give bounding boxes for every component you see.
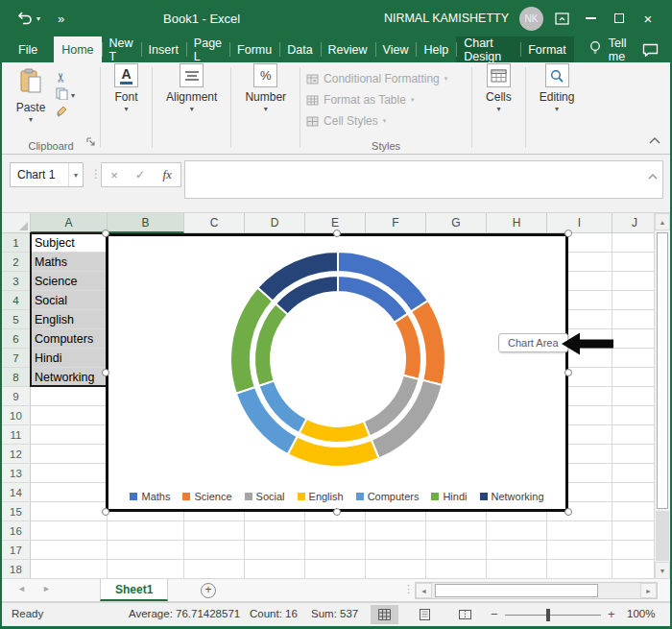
chart-resize-handle[interactable] — [102, 369, 109, 376]
tab-new-t[interactable]: New T — [102, 36, 141, 62]
cell-D18[interactable] — [245, 560, 305, 579]
customize-quick-access-icon[interactable]: » — [58, 12, 65, 26]
cell-A16[interactable] — [31, 521, 108, 541]
tab-review[interactable]: Review — [321, 36, 375, 62]
row-header-3[interactable]: 3 — [2, 272, 31, 291]
cell-J16[interactable] — [612, 521, 658, 541]
row-header-11[interactable]: 11 — [2, 425, 31, 445]
tab-file[interactable]: File — [2, 36, 54, 62]
cell-J10[interactable] — [612, 406, 658, 425]
tab-insert[interactable]: Insert — [141, 36, 186, 62]
cell-E17[interactable] — [305, 541, 366, 560]
cell-A3[interactable]: Science — [31, 272, 108, 291]
cell-C18[interactable] — [184, 560, 245, 579]
cell-A6[interactable]: Computers — [31, 329, 108, 349]
row-header-8[interactable]: 8 — [2, 368, 31, 387]
cell-E16[interactable] — [305, 521, 366, 541]
normal-view-button[interactable] — [371, 605, 398, 624]
row-header-4[interactable]: 4 — [2, 291, 31, 310]
tab-format[interactable]: Format — [520, 36, 574, 62]
column-header-A[interactable]: A — [31, 213, 108, 233]
row-header-16[interactable]: 16 — [2, 521, 31, 541]
cell-A14[interactable] — [31, 483, 108, 502]
cell-J11[interactable] — [612, 425, 658, 445]
format-as-table-button[interactable]: Format as Table▾ — [306, 89, 471, 110]
formula-input[interactable] — [184, 160, 663, 199]
chart-resize-handle[interactable] — [102, 508, 109, 516]
cell-J4[interactable] — [612, 291, 658, 310]
font-group-button[interactable]: A Font ▾ — [101, 63, 152, 154]
row-header-18[interactable]: 18 — [2, 560, 31, 579]
cell-G18[interactable] — [426, 560, 487, 579]
cell-A1[interactable]: Subject — [31, 233, 108, 253]
cell-H17[interactable] — [487, 541, 547, 560]
minimize-button[interactable] — [576, 0, 605, 36]
cell-B18[interactable] — [108, 560, 184, 579]
cell-A13[interactable] — [31, 464, 108, 483]
cell-J18[interactable] — [612, 560, 658, 579]
vertical-scrollbar-track[interactable] — [656, 511, 669, 561]
legend-item-english[interactable]: English — [298, 491, 344, 502]
collapse-ribbon-icon[interactable] — [649, 131, 660, 148]
cell-J6[interactable] — [612, 329, 658, 349]
ribbon-display-options-icon[interactable] — [547, 0, 576, 36]
column-header-H[interactable]: H — [487, 213, 547, 233]
column-header-G[interactable]: G — [426, 213, 487, 233]
tab-data[interactable]: Data — [279, 36, 320, 62]
scroll-up-arrow[interactable]: ▲ — [655, 213, 670, 230]
chart-resize-handle[interactable] — [564, 508, 572, 516]
cell-J5[interactable] — [612, 310, 658, 329]
horizontal-scrollbar-thumb[interactable] — [435, 584, 598, 597]
name-box[interactable]: Chart 1 ▾ — [10, 162, 84, 187]
enter-icon[interactable]: ✓ — [135, 168, 145, 181]
new-sheet-button[interactable]: + — [201, 583, 216, 598]
name-box-dropdown-caret[interactable]: ▾ — [68, 163, 83, 186]
cell-J17[interactable] — [612, 541, 658, 560]
cell-H18[interactable] — [487, 560, 547, 579]
cell-E18[interactable] — [305, 560, 366, 579]
row-header-12[interactable]: 12 — [2, 445, 31, 464]
cell-F17[interactable] — [366, 541, 426, 560]
row-header-6[interactable]: 6 — [2, 329, 31, 349]
tab-chart-design[interactable]: Chart Design — [456, 36, 520, 62]
cell-A2[interactable]: Maths — [31, 253, 108, 272]
donut-segment-english-inner[interactable] — [299, 419, 370, 443]
zoom-slider-track[interactable] — [505, 615, 601, 616]
cell-A17[interactable] — [31, 541, 108, 560]
cell-B17[interactable] — [108, 541, 184, 560]
row-header-9[interactable]: 9 — [2, 387, 31, 406]
cell-A8[interactable]: Networking — [31, 368, 108, 387]
editing-group-button[interactable]: Editing ▾ — [526, 63, 588, 154]
row-header-15[interactable]: 15 — [2, 502, 31, 521]
paste-dropdown-caret[interactable]: ▾ — [29, 115, 33, 124]
cell-A4[interactable]: Social — [31, 291, 108, 310]
tab-formu[interactable]: Formu — [229, 36, 279, 62]
cell-A9[interactable] — [31, 387, 108, 406]
sheet-tab-sheet1[interactable]: Sheet1 — [100, 579, 168, 601]
legend-item-computers[interactable]: Computers — [356, 491, 420, 502]
legend-item-maths[interactable]: Maths — [130, 491, 170, 502]
cell-D17[interactable] — [245, 541, 305, 560]
vertical-scrollbar[interactable]: ▲ ▼ — [654, 213, 670, 579]
cell-G17[interactable] — [426, 541, 487, 560]
legend-item-social[interactable]: Social — [245, 491, 285, 502]
row-header-7[interactable]: 7 — [2, 349, 31, 368]
select-all-corner[interactable] — [2, 213, 31, 233]
row-header-5[interactable]: 5 — [2, 310, 31, 329]
row-header-17[interactable]: 17 — [2, 541, 31, 560]
zoom-level[interactable]: 100% — [627, 608, 655, 619]
scroll-right-arrow[interactable]: ► — [640, 583, 657, 598]
expand-formula-bar-icon[interactable] — [648, 166, 658, 183]
row-header-1[interactable]: 1 — [2, 233, 31, 253]
cell-A11[interactable] — [31, 425, 108, 445]
cell-G16[interactable] — [426, 521, 487, 541]
tab-help[interactable]: Help — [416, 36, 456, 62]
cell-J7[interactable] — [612, 349, 658, 368]
legend-item-science[interactable]: Science — [182, 491, 231, 502]
previous-sheet-arrow[interactable]: ◄ — [17, 584, 26, 593]
chart-resize-handle[interactable] — [333, 508, 341, 516]
tab-page-l[interactable]: Page L — [186, 36, 229, 62]
legend-item-hindi[interactable]: Hindi — [431, 491, 467, 502]
cell-H16[interactable] — [487, 521, 547, 541]
avatar[interactable]: NK — [519, 7, 543, 31]
